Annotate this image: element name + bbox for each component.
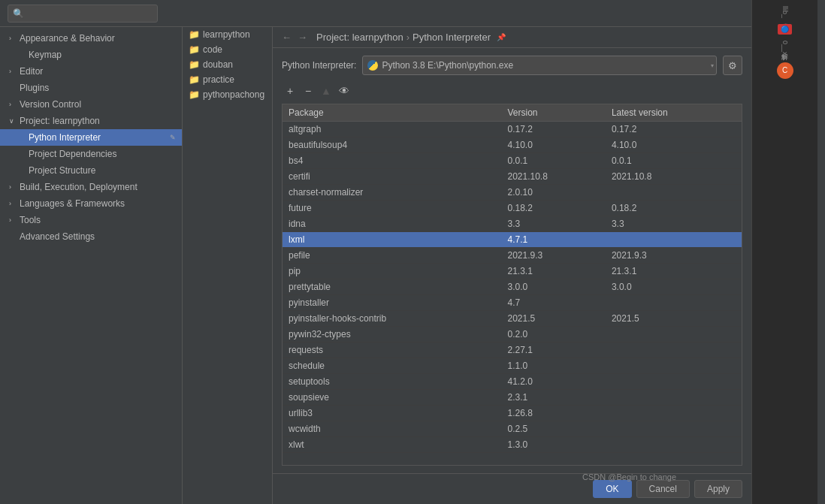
breadcrumb: ← → Project: learnpython › Python Interp…	[273, 27, 751, 48]
sidebar-item-appearance[interactable]: ›Appearance & Behavior	[0, 30, 182, 47]
file-tree-item[interactable]: 📁learnpython	[183, 27, 272, 42]
cell-latest	[606, 406, 742, 421]
sidebar-item-project-learnpython[interactable]: ∨Project: learnpython	[0, 113, 182, 129]
csdn-label1: llib_代理池	[777, 3, 793, 21]
add-package-button[interactable]: +	[282, 83, 298, 99]
table-row[interactable]: pywin32-ctypes 0.2.0	[283, 327, 742, 343]
cell-version: 4.7.1	[501, 232, 605, 248]
sidebar-item-label: Tools	[20, 215, 41, 225]
cell-version: 2021.5	[501, 311, 605, 327]
cell-package: wcwidth	[283, 421, 501, 437]
table-row[interactable]: pip 21.3.1 21.3.1	[283, 264, 742, 279]
cell-version: 1.26.8	[501, 406, 605, 421]
sidebar-item-keymap[interactable]: Keymap	[0, 47, 182, 63]
breadcrumb-pin-icon[interactable]: 📌	[497, 33, 506, 41]
table-row[interactable]: charset-normalizer 2.0.10	[283, 185, 742, 201]
cell-latest: 0.17.2	[606, 122, 742, 137]
cell-version: 41.2.0	[501, 374, 605, 390]
file-tree-panel: 📁learnpython📁code📁douban📁practice📁python…	[183, 27, 273, 504]
sidebar-item-plugins[interactable]: Plugins	[0, 80, 182, 96]
table-row[interactable]: wcwidth 0.2.5	[283, 421, 742, 437]
apply-button[interactable]: Apply	[694, 480, 742, 498]
table-row[interactable]: bs4 0.0.1 0.0.1	[283, 153, 742, 169]
csdn-label2: 0_解析_xp	[780, 41, 790, 59]
cell-latest: 0.0.1	[606, 153, 742, 169]
sidebar: ›Appearance & Behavior Keymap›Editor Plu…	[0, 27, 183, 504]
table-row[interactable]: lxml 4.7.1	[283, 232, 742, 248]
nav-back-btn[interactable]: ←	[282, 32, 292, 43]
cell-latest: 3.0.0	[606, 279, 742, 295]
sidebar-item-label: Version Control	[20, 99, 81, 110]
sidebar-item-advanced-settings[interactable]: Advanced Settings	[0, 228, 182, 245]
cell-version: 2021.9.3	[501, 248, 605, 264]
table-row[interactable]: urllib3 1.26.8	[283, 406, 742, 421]
file-tree-label: learnpython	[203, 29, 250, 40]
csdn-orange-btn[interactable]: C	[777, 62, 793, 79]
table-row[interactable]: prettytable 3.0.0 3.0.0	[283, 279, 742, 295]
sidebar-item-project-structure[interactable]: Project Structure	[0, 162, 182, 179]
cell-version: 4.10.0	[501, 137, 605, 153]
cell-latest	[606, 437, 742, 453]
table-row[interactable]: schedule 1.1.0	[283, 358, 742, 374]
cell-latest: 2021.5	[606, 311, 742, 327]
cancel-button[interactable]: Cancel	[636, 480, 690, 498]
table-row[interactable]: requests 2.27.1	[283, 343, 742, 358]
arrow-icon: ›	[9, 216, 17, 224]
table-row[interactable]: soupsieve 2.3.1	[283, 390, 742, 406]
cell-version: 4.7	[501, 295, 605, 311]
arrow-spacer	[18, 134, 26, 141]
cell-latest: 0.18.2	[606, 201, 742, 216]
sidebar-item-version-control[interactable]: ›Version Control	[0, 96, 182, 113]
cell-version: 21.3.1	[501, 264, 605, 279]
cell-version: 2.0.10	[501, 185, 605, 201]
table-row[interactable]: idna 3.3 3.3	[283, 216, 742, 232]
sidebar-item-python-interpreter[interactable]: Python Interpreter✎	[0, 129, 182, 146]
cell-latest	[606, 421, 742, 437]
ok-button[interactable]: OK	[593, 480, 631, 498]
cell-package: schedule	[283, 358, 501, 374]
cell-latest: 2021.10.8	[606, 169, 742, 185]
cell-latest: 2021.9.3	[606, 248, 742, 264]
table-row[interactable]: certifi 2021.10.8 2021.10.8	[283, 169, 742, 185]
python-icon	[367, 60, 378, 71]
cell-version: 0.17.2	[501, 122, 605, 137]
file-tree-item[interactable]: 📁practice	[183, 72, 272, 87]
table-row[interactable]: pyinstaller 4.7	[283, 295, 742, 311]
table-row[interactable]: pyinstaller-hooks-contrib 2021.5 2021.5	[283, 311, 742, 327]
cell-latest	[606, 358, 742, 374]
interpreter-select[interactable]: Python 3.8 E:\Python\python.exe ▾	[362, 56, 717, 75]
show-details-button[interactable]: 👁	[336, 83, 352, 99]
table-row[interactable]: xlwt 1.3.0	[283, 437, 742, 453]
file-tree-label: pythonpachong	[203, 89, 264, 100]
gear-button[interactable]: ⚙	[723, 56, 742, 75]
cell-package: bs4	[283, 153, 501, 169]
cell-version: 1.1.0	[501, 358, 605, 374]
csdn-panel: llib_代理池 🔵 0_解析_xp C	[751, 0, 817, 504]
cell-package: pip	[283, 264, 501, 279]
table-row[interactable]: altgraph 0.17.2 0.17.2	[283, 122, 742, 137]
sidebar-item-languages-frameworks[interactable]: ›Languages & Frameworks	[0, 195, 182, 212]
cell-package: pyinstaller-hooks-contrib	[283, 311, 501, 327]
search-input[interactable]	[8, 5, 158, 23]
sidebar-item-project-dependencies[interactable]: Project Dependencies	[0, 146, 182, 162]
table-row[interactable]: pefile 2021.9.3 2021.9.3	[283, 248, 742, 264]
file-tree-item[interactable]: 📁douban	[183, 57, 272, 72]
cell-version: 3.0.0	[501, 279, 605, 295]
sidebar-item-label: Python Interpreter	[29, 132, 101, 143]
remove-package-button[interactable]: −	[300, 83, 316, 99]
arrow-icon: ›	[9, 35, 17, 42]
nav-forward-btn[interactable]: →	[298, 32, 307, 43]
dropdown-arrow-icon: ▾	[711, 62, 714, 69]
file-tree-item[interactable]: 📁pythonpachong	[183, 87, 272, 102]
table-row[interactable]: beautifulsoup4 4.10.0 4.10.0	[283, 137, 742, 153]
file-tree-item[interactable]: 📁code	[183, 42, 272, 57]
sidebar-item-build-exec-deploy[interactable]: ›Build, Execution, Deployment	[0, 179, 182, 195]
arrow-spacer	[9, 233, 17, 240]
sidebar-item-tools[interactable]: ›Tools	[0, 212, 182, 228]
up-button[interactable]: ▲	[318, 83, 334, 99]
table-row[interactable]: future 0.18.2 0.18.2	[283, 201, 742, 216]
csdn-badge[interactable]: 🔵	[778, 24, 792, 35]
folder-icon: 📁	[189, 74, 200, 85]
table-row[interactable]: setuptools 41.2.0	[283, 374, 742, 390]
sidebar-item-editor[interactable]: ›Editor	[0, 63, 182, 80]
